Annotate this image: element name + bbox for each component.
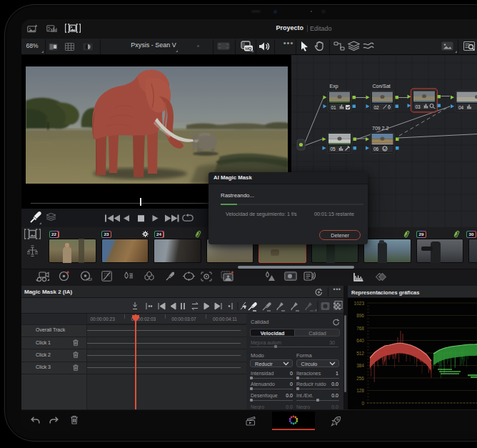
svg-text:05: 05 xyxy=(331,146,336,151)
svg-text:02: 02 xyxy=(374,105,380,110)
svg-text:03: 03 xyxy=(416,104,421,109)
svg-text:640: 640 xyxy=(356,338,364,343)
svg-text:709 2.2: 709 2.2 xyxy=(372,126,388,131)
svg-text:Exp: Exp xyxy=(330,84,338,89)
svg-text:Con/Sat: Con/Sat xyxy=(373,84,391,89)
svg-text:1023: 1023 xyxy=(354,301,365,306)
svg-text:256: 256 xyxy=(356,376,364,381)
svg-text:768: 768 xyxy=(356,326,364,331)
svg-text:HDR: HDR xyxy=(86,278,92,282)
svg-text:512: 512 xyxy=(356,351,364,356)
svg-text:896: 896 xyxy=(356,313,364,318)
svg-text:01: 01 xyxy=(331,105,337,110)
svg-text:04: 04 xyxy=(458,105,464,110)
svg-text:06: 06 xyxy=(373,146,379,151)
svg-text:0: 0 xyxy=(361,401,364,406)
svg-text:384: 384 xyxy=(356,363,364,368)
svg-text:128: 128 xyxy=(356,388,364,393)
